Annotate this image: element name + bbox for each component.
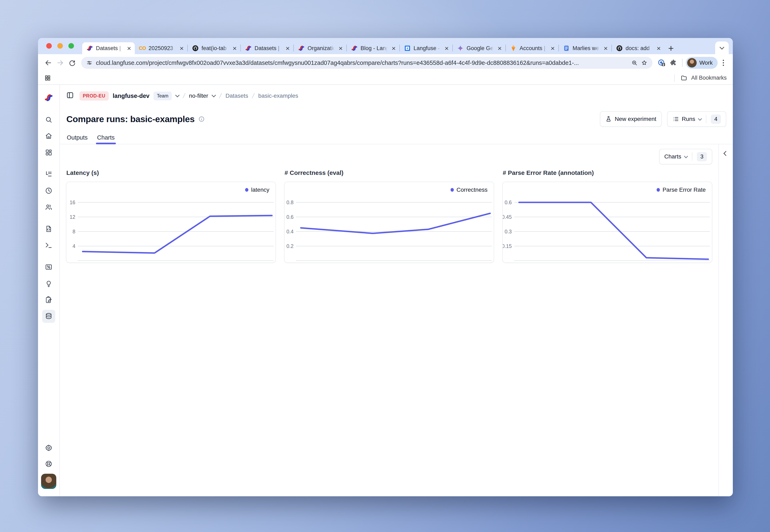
sidebar-item-home[interactable] <box>42 130 55 143</box>
zoom-icon[interactable] <box>631 60 638 66</box>
tab-title: Langfuse - <box>414 45 441 52</box>
tab-close-icon[interactable]: × <box>656 45 662 52</box>
gemini-favicon <box>457 45 464 52</box>
charts-count-badge: 3 <box>697 152 707 161</box>
forward-button[interactable] <box>55 57 65 68</box>
browser-tab-8[interactable]: Accounts |× <box>506 42 558 54</box>
sidebar-toggle-icon[interactable] <box>66 91 75 101</box>
browser-tab-9[interactable]: Marlies we× <box>559 42 612 54</box>
svg-text:6: 6 <box>407 47 408 50</box>
org-name[interactable]: langfuse-dev <box>113 93 149 99</box>
sidebar-item-prompts[interactable] <box>42 222 55 235</box>
maximize-window-button[interactable] <box>68 43 74 49</box>
folder-icon <box>681 75 687 81</box>
sidebar-item-annotation[interactable] <box>42 293 55 306</box>
sidebar-item-datasets[interactable] <box>42 310 55 323</box>
extensions-puzzle-icon[interactable] <box>668 57 679 68</box>
gear-icon <box>45 444 53 452</box>
window-controls[interactable] <box>46 43 74 49</box>
tab-favicon <box>351 45 358 52</box>
tab-search-button[interactable] <box>715 41 729 54</box>
tab-charts[interactable]: Charts <box>97 131 115 144</box>
browser-tab-10[interactable]: docs: add× <box>612 42 664 54</box>
tab-close-icon[interactable]: × <box>497 45 502 52</box>
runs-label: Runs <box>682 116 695 122</box>
browser-profile-chip[interactable]: Work <box>686 57 718 69</box>
info-icon[interactable] <box>198 116 205 122</box>
bookmarks-bar: All Bookmarks <box>38 71 733 85</box>
runs-dropdown-button[interactable]: Runs 4 <box>667 111 726 127</box>
search-icon <box>45 116 53 124</box>
tab-close-icon[interactable]: × <box>232 45 238 52</box>
environment-badge[interactable]: PROD-EU <box>79 91 109 101</box>
user-avatar[interactable] <box>41 474 56 489</box>
sidebar-item-playground[interactable] <box>42 239 55 252</box>
chart-card: 481216latency <box>66 182 276 263</box>
legend-dot-icon <box>245 188 248 192</box>
bookmarks-separator <box>674 74 675 82</box>
tab-close-icon[interactable]: × <box>338 45 344 52</box>
chart-legend: latency <box>245 187 269 193</box>
close-window-button[interactable] <box>46 43 52 49</box>
sidebar-item-support[interactable] <box>42 457 55 470</box>
url-text[interactable]: cloud.langfuse.com/project/cmfwgv8fx002o… <box>96 60 628 66</box>
tab-close-icon[interactable]: × <box>285 45 291 52</box>
project-name[interactable]: no-filter <box>189 93 208 99</box>
browser-menu-button[interactable] <box>719 60 728 66</box>
chevron-down-icon <box>720 45 724 49</box>
collapse-panel-icon[interactable] <box>723 151 728 156</box>
charts-label: Charts <box>664 153 681 160</box>
tab-close-icon[interactable]: × <box>603 45 609 52</box>
langfuse-logo-icon[interactable] <box>44 93 53 102</box>
sidebar-item-evaluators[interactable] <box>42 260 55 274</box>
password-extension-icon[interactable] <box>656 57 667 68</box>
browser-tab-4[interactable]: Organizatio× <box>294 42 346 54</box>
sidebar-item-settings[interactable] <box>42 441 55 454</box>
new-tab-button[interactable]: + <box>664 42 678 54</box>
sidebar <box>38 85 60 496</box>
sidebar-item-tracing[interactable] <box>42 168 55 181</box>
site-settings-icon[interactable] <box>86 60 93 66</box>
browser-tab-7[interactable]: Google Ge× <box>453 42 505 54</box>
breadcrumb-dataset-name[interactable]: basic-examples <box>258 93 298 99</box>
sidebar-item-users[interactable] <box>42 201 55 214</box>
minimize-window-button[interactable] <box>57 43 63 49</box>
chart-block-0: Latency (s)481216latency <box>66 169 276 263</box>
browser-tab-6[interactable]: 6Langfuse -× <box>400 42 452 54</box>
refresh-button[interactable] <box>67 57 77 68</box>
toolbar-separator <box>682 59 683 67</box>
address-bar[interactable]: cloud.langfuse.com/project/cmfwgv8fx002o… <box>81 57 653 69</box>
tab-title: Marlies we <box>572 45 600 52</box>
langfuse-favicon <box>245 45 252 52</box>
chart-plot: 0.20.40.60.8 <box>285 182 494 263</box>
tab-outputs[interactable]: Outputs <box>67 131 88 144</box>
apps-grid-icon[interactable] <box>44 75 51 81</box>
all-bookmarks-button[interactable]: All Bookmarks <box>691 75 727 81</box>
tab-close-icon[interactable]: × <box>179 45 184 52</box>
tab-close-icon[interactable]: × <box>391 45 396 52</box>
browser-tab-3[interactable]: Datasets | L× <box>241 42 293 54</box>
lifebuoy-icon <box>45 460 53 468</box>
breadcrumb-divider: / <box>252 92 255 100</box>
tab-close-icon[interactable]: × <box>550 45 555 52</box>
chevron-down-icon[interactable] <box>212 93 216 97</box>
chevron-down-icon[interactable] <box>175 93 179 97</box>
sidebar-item-insights[interactable] <box>42 277 55 290</box>
tab-close-icon[interactable]: × <box>126 45 132 52</box>
sidebar-item-sessions[interactable] <box>42 184 55 197</box>
title-row: Compare runs: basic-examples New experim… <box>60 107 733 131</box>
new-experiment-button[interactable]: New experiment <box>600 111 662 127</box>
tab-close-icon[interactable]: × <box>444 45 449 52</box>
charts-dropdown-button[interactable]: Charts 3 <box>659 149 713 164</box>
browser-tab-0[interactable]: Datasets | L× <box>82 42 135 54</box>
bookmark-star-icon[interactable] <box>641 60 648 66</box>
sidebar-item-dashboards[interactable] <box>42 146 55 159</box>
back-button[interactable] <box>43 57 54 68</box>
charts-grid: Latency (s)481216latency# Correctness (e… <box>60 164 718 263</box>
sidebar-item-search[interactable] <box>42 113 55 126</box>
langfuse-favicon <box>351 45 358 52</box>
breadcrumb-datasets[interactable]: Datasets <box>226 93 248 99</box>
browser-tab-1[interactable]: CO20250923× <box>135 42 187 54</box>
browser-tab-2[interactable]: feat(io-tab× <box>188 42 240 54</box>
browser-tab-5[interactable]: Blog - Lang× <box>347 42 399 54</box>
